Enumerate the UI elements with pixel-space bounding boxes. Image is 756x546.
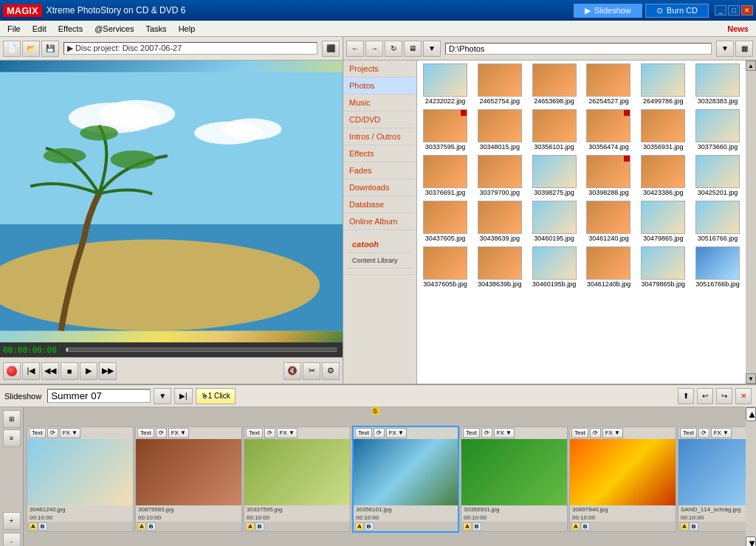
fx-btn[interactable]: FX ▼ — [711, 428, 732, 438]
text-btn[interactable]: Text — [137, 428, 154, 438]
slideshow-dropdown-button[interactable]: ▼ — [154, 388, 171, 404]
file-item[interactable]: 30437605.jpg — [419, 199, 472, 243]
filmstrip-item[interactable]: Text ⟳ FX ▼ 30461240.jpg 00:10:00 A B — [27, 426, 134, 532]
b-button[interactable]: B — [147, 522, 156, 531]
path-dropdown-button[interactable]: ▼ — [716, 41, 734, 57]
delete-slide-button[interactable]: ✕ — [735, 388, 752, 404]
file-item[interactable]: 30356474.jpg — [583, 108, 636, 152]
filmstrip-item[interactable]: Text ⟳ FX ▼ 30897840.jpg 00:10:00 A B — [569, 426, 676, 532]
rotate-btn[interactable]: ⟳ — [156, 428, 167, 438]
import-button[interactable]: ⬆ — [678, 388, 694, 404]
zoom-in-button[interactable]: + — [3, 512, 21, 530]
file-item[interactable]: 30398288.jpg — [583, 153, 636, 198]
file-item[interactable]: 30479865b.jpg — [636, 245, 690, 289]
a-button[interactable]: A — [246, 522, 255, 531]
filmstrip-item[interactable]: Text ⟳ FX ▼ 30356931.jpg 00:10:00 A B — [461, 426, 568, 532]
file-item[interactable]: 30356101.jpg — [528, 108, 581, 152]
fx-btn[interactable]: FX ▼ — [60, 428, 80, 438]
file-item[interactable]: 30516766.jpg — [691, 199, 744, 243]
file-item[interactable]: 30373660.jpg — [691, 108, 744, 152]
tab-burn-cd[interactable]: ⊙ Burn CD — [645, 4, 709, 18]
prev-button[interactable]: |◀ — [22, 362, 40, 380]
rotate-btn[interactable]: ⟳ — [481, 428, 492, 438]
rotate-btn[interactable]: ⟳ — [590, 428, 601, 438]
file-item[interactable]: 26499786.jpg — [636, 62, 690, 106]
fx-btn[interactable]: FX ▼ — [386, 428, 407, 438]
file-item[interactable]: 24232022.jpg — [419, 62, 472, 106]
stop-button[interactable]: ■ — [61, 362, 78, 380]
file-item[interactable]: 30398275.jpg — [528, 153, 581, 198]
file-item[interactable]: 30379700.jpg — [473, 153, 526, 198]
file-item[interactable]: 30479865.jpg — [636, 199, 690, 243]
minimize-button[interactable]: _ — [715, 5, 726, 15]
file-item[interactable]: 30438639b.jpg — [473, 245, 526, 289]
category-downloads[interactable]: Downloads — [343, 179, 416, 196]
a-button[interactable]: A — [463, 522, 472, 531]
category-database[interactable]: Database — [343, 196, 416, 213]
filmstrip-item[interactable]: Text ⟳ FX ▼ 30337595.jpg 00:10:00 A B — [244, 426, 351, 532]
a-button[interactable]: A — [571, 522, 580, 531]
browser-computer-button[interactable]: 🖥 — [404, 41, 422, 57]
b-button[interactable]: B — [365, 522, 374, 531]
record-button[interactable] — [3, 362, 21, 380]
rotate-btn[interactable]: ⟳ — [374, 428, 385, 438]
file-item[interactable]: 30425201.jpg — [691, 153, 744, 198]
category-catooh[interactable]: catooh Content Library — [343, 230, 416, 275]
undo-button[interactable]: ↩ — [697, 388, 713, 404]
a-button[interactable]: A — [29, 522, 38, 531]
a-button[interactable]: A — [355, 522, 364, 531]
oneclick-button[interactable]: 🖱 1 Click — [196, 388, 236, 404]
slideshow-name-input[interactable]: Summer 07 — [47, 389, 151, 403]
menu-file[interactable]: File — [1, 23, 27, 35]
play-button[interactable]: ▶ — [80, 362, 97, 380]
scissors-button[interactable]: ✂ — [303, 362, 320, 380]
save-button[interactable]: 💾 — [41, 41, 59, 57]
b-button[interactable]: B — [38, 522, 47, 531]
file-item[interactable]: 30328383.jpg — [691, 62, 744, 106]
file-item[interactable]: 30461240.jpg — [583, 199, 636, 243]
file-item[interactable]: 30460195b.jpg — [528, 245, 581, 289]
close-button[interactable]: ✕ — [741, 5, 753, 15]
file-item[interactable]: 30348015.jpg — [473, 108, 526, 152]
category-photos[interactable]: Photos — [343, 77, 416, 94]
b-button[interactable]: B — [472, 522, 481, 531]
menu-help[interactable]: Help — [173, 23, 202, 35]
menu-services[interactable]: @Services — [89, 23, 140, 35]
category-music[interactable]: Music — [343, 94, 416, 111]
preview-expand-button[interactable]: ⬛ — [322, 41, 340, 57]
file-item[interactable]: 30376691.jpg — [419, 153, 472, 198]
maximize-button[interactable]: □ — [728, 5, 740, 15]
text-btn[interactable]: Text — [355, 428, 372, 438]
redo-button[interactable]: ↪ — [716, 388, 732, 404]
menu-edit[interactable]: Edit — [27, 23, 52, 35]
category-online-album[interactable]: Online Album — [343, 213, 416, 230]
list-view-button[interactable]: ≡ — [3, 429, 21, 447]
filmstrip-scroll-down[interactable]: ▼ — [746, 536, 756, 546]
text-btn[interactable]: Text — [246, 428, 263, 438]
category-intros[interactable]: Intros / Outros — [343, 128, 416, 145]
scroll-down-button[interactable]: ▼ — [746, 373, 756, 384]
text-btn[interactable]: Text — [29, 428, 46, 438]
fx-btn[interactable]: FX ▼ — [494, 428, 515, 438]
fx-btn[interactable]: FX ▼ — [168, 428, 189, 438]
b-button[interactable]: B — [690, 522, 698, 531]
category-cddvd[interactable]: CD/DVD — [343, 111, 416, 128]
file-item[interactable]: 30437605b.jpg — [419, 245, 472, 289]
fx-btn[interactable]: FX ▼ — [602, 428, 623, 438]
file-item[interactable]: 30356931.jpg — [636, 108, 690, 152]
file-item[interactable]: 30423386.jpg — [636, 153, 690, 198]
file-item[interactable]: 30438639.jpg — [473, 199, 526, 243]
browser-refresh-button[interactable]: ↻ — [385, 41, 402, 57]
news-link[interactable]: News — [721, 23, 755, 35]
file-item[interactable]: 30460195.jpg — [528, 199, 581, 243]
rotate-btn[interactable]: ⟳ — [264, 428, 275, 438]
zoom-out-button[interactable]: - — [3, 533, 21, 546]
browser-scrollbar[interactable]: ▲ ▼ — [746, 61, 756, 384]
filmstrip-scroll-up[interactable]: ▲ — [746, 407, 756, 421]
rewind-button[interactable]: ◀◀ — [41, 362, 59, 380]
filmstrip-scrollbar[interactable]: ▲ ▼ — [746, 407, 756, 546]
browser-back-button[interactable]: ← — [346, 41, 364, 57]
category-effects[interactable]: Effects — [343, 145, 416, 162]
mute-button[interactable]: 🔇 — [284, 362, 301, 380]
browser-forward-button[interactable]: → — [365, 41, 383, 57]
